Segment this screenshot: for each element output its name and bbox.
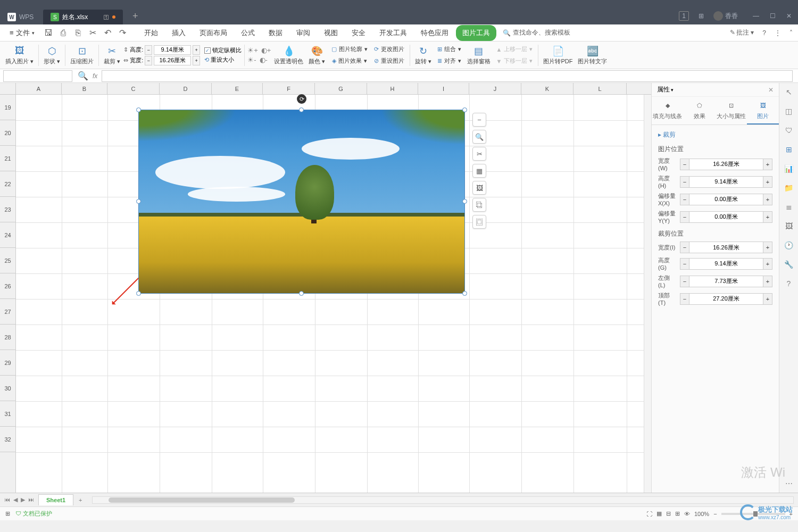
left-l-inc[interactable]: +: [763, 276, 772, 287]
row-header[interactable]: 27: [0, 299, 15, 325]
new-tab-button[interactable]: +: [127, 9, 143, 23]
zoom-in-button[interactable]: +: [789, 511, 793, 517]
insert-picture-button[interactable]: 🖼插入图片 ▾: [3, 44, 36, 66]
float-multi[interactable]: ⿻: [472, 198, 486, 212]
resize-handle-br[interactable]: [462, 291, 467, 296]
rail-list-icon[interactable]: ≣: [784, 202, 794, 212]
sheet-prev-button[interactable]: ◀: [13, 496, 18, 503]
height-increase[interactable]: +: [193, 45, 200, 55]
collapse-ribbon-button[interactable]: ˄: [789, 29, 793, 37]
zoom-out-button[interactable]: −: [713, 511, 717, 517]
col-header[interactable]: H: [367, 83, 418, 94]
col-header[interactable]: I: [418, 83, 469, 94]
tab-start[interactable]: 开始: [138, 25, 164, 41]
height-g-dec[interactable]: −: [680, 258, 689, 270]
reset-picture-button[interactable]: ⊘重设图片: [371, 56, 407, 66]
name-box[interactable]: [3, 70, 72, 82]
prop-tab-effect[interactable]: ⬠效果: [684, 97, 716, 124]
width-w-inc[interactable]: +: [763, 159, 772, 170]
picture-outline-button[interactable]: ▢图片轮廓 ▾: [329, 44, 370, 54]
float-crop[interactable]: ✂: [472, 147, 486, 161]
horizontal-scrollbar[interactable]: [92, 496, 794, 504]
doc-protected-status[interactable]: 🛡 文档已保护: [15, 510, 52, 518]
status-mode-icon[interactable]: ⊞: [5, 510, 10, 517]
rotate-button[interactable]: ↻旋转 ▾: [413, 44, 434, 66]
add-sheet-button[interactable]: +: [73, 497, 87, 503]
pic-to-pdf-button[interactable]: 📄图片转PDF: [541, 44, 575, 66]
file-menu[interactable]: ≡ 文件 ▾: [5, 28, 39, 38]
tab-dev-tools[interactable]: 开发工具: [373, 25, 413, 41]
cut-icon[interactable]: ✂: [89, 29, 97, 37]
group-button[interactable]: ⊞组合 ▾: [435, 44, 464, 54]
height-g-input[interactable]: [689, 258, 763, 270]
align-button[interactable]: ≣对齐 ▾: [435, 56, 464, 66]
col-header[interactable]: A: [16, 83, 62, 94]
width-w-dec[interactable]: −: [680, 159, 689, 170]
col-header[interactable]: C: [107, 83, 160, 94]
height-h-input[interactable]: [689, 176, 763, 188]
width-input[interactable]: [154, 56, 191, 65]
row-header[interactable]: 23: [0, 197, 15, 222]
prop-tab-fill[interactable]: ◆填充与线条: [652, 97, 684, 124]
col-header[interactable]: L: [573, 83, 627, 94]
row-header[interactable]: 19: [0, 95, 15, 120]
resize-handle-b[interactable]: [299, 291, 304, 296]
command-search[interactable]: 🔍 查找命令、搜索模板: [503, 28, 570, 37]
sheet-next-button[interactable]: ▶: [21, 496, 25, 503]
row-header[interactable]: 30: [0, 376, 15, 401]
view-split-button[interactable]: ⊞: [675, 510, 680, 517]
rail-security-icon[interactable]: 🛡: [784, 126, 794, 135]
resize-handle-bl[interactable]: [136, 291, 141, 296]
layout-icon[interactable]: ⊞: [699, 12, 704, 20]
tab-picture-tools[interactable]: 图片工具: [456, 25, 496, 41]
col-header[interactable]: D: [160, 83, 212, 94]
color-button[interactable]: 🎨颜色 ▾: [306, 44, 327, 66]
col-header[interactable]: E: [212, 83, 263, 94]
tab-review[interactable]: 审阅: [290, 25, 317, 41]
rail-more-icon[interactable]: ⋯: [784, 479, 794, 488]
tab-config-icon[interactable]: ⚿: [104, 14, 109, 20]
sheet-tab-1[interactable]: Sheet1: [38, 494, 73, 505]
crop-button[interactable]: ✂裁剪 ▾: [102, 44, 122, 66]
brightness-increase-button[interactable]: ☀+: [247, 46, 258, 54]
view-normal-button[interactable]: ▦: [656, 510, 662, 517]
offset-y-input[interactable]: [689, 211, 763, 223]
maximize-button[interactable]: ☐: [770, 12, 776, 20]
function-wizard-icon[interactable]: 🔍: [78, 71, 88, 81]
contrast-increase-button[interactable]: ◐+: [261, 46, 271, 54]
view-page-button[interactable]: ⊟: [666, 510, 671, 517]
float-layout[interactable]: ▦: [472, 164, 486, 178]
file-tab[interactable]: S 姓名.xlsx ⚿: [43, 10, 123, 24]
offset-x-inc[interactable]: +: [763, 194, 772, 205]
height-h-dec[interactable]: −: [680, 176, 689, 188]
tab-view[interactable]: 视图: [318, 25, 344, 41]
row-header[interactable]: 32: [0, 427, 15, 452]
offset-x-dec[interactable]: −: [680, 194, 689, 205]
offset-x-input[interactable]: [689, 194, 763, 205]
formula-bar[interactable]: [102, 70, 793, 82]
contrast-decrease-button[interactable]: ◐-: [260, 56, 268, 64]
rotate-handle[interactable]: ⟳: [297, 94, 306, 104]
row-header[interactable]: 25: [0, 248, 15, 273]
brightness-decrease-button[interactable]: ☀-: [247, 56, 256, 64]
row-header[interactable]: 24: [0, 222, 15, 248]
row-header[interactable]: 28: [0, 325, 15, 350]
app-tab[interactable]: W WPS: [0, 10, 41, 24]
prop-tab-size[interactable]: ⊡大小与属性: [716, 97, 747, 124]
rail-style-icon[interactable]: ◫: [784, 106, 794, 116]
dropdown-icon[interactable]: ▾: [671, 87, 674, 93]
float-zoom-out[interactable]: −: [472, 113, 486, 127]
rail-properties-icon[interactable]: ⊞: [784, 145, 794, 154]
view-reading-button[interactable]: 👁: [684, 511, 690, 517]
redo-icon[interactable]: ↷: [119, 29, 127, 37]
height-decrease[interactable]: −: [145, 45, 152, 55]
resize-handle-tl[interactable]: [136, 107, 141, 112]
resize-handle-tr[interactable]: [462, 107, 467, 112]
sheet-last-button[interactable]: ⏭: [28, 496, 34, 503]
rail-tool-icon[interactable]: 🔧: [784, 260, 794, 269]
offset-y-inc[interactable]: +: [763, 211, 772, 223]
minimize-button[interactable]: —: [753, 12, 759, 20]
height-h-inc[interactable]: +: [763, 176, 772, 188]
width-i-input[interactable]: [689, 242, 763, 253]
fullscreen-button[interactable]: ⛶: [646, 511, 652, 517]
